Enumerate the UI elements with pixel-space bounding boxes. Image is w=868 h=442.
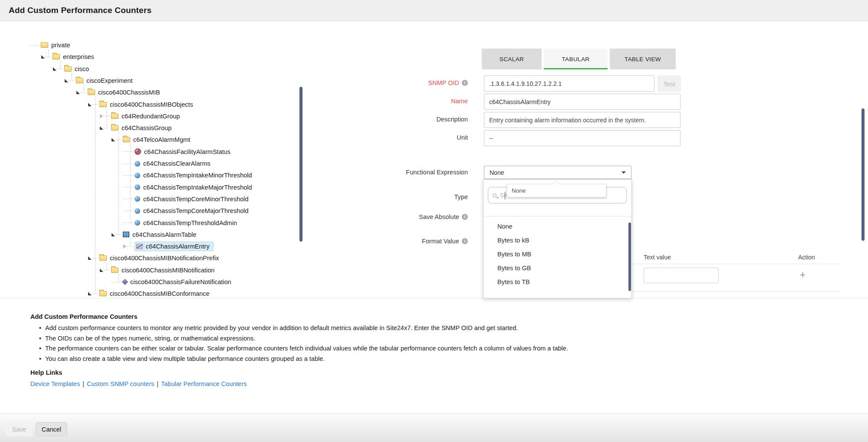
- snmp-oid-label: SNMP OID i: [325, 79, 468, 86]
- test-button[interactable]: Test: [658, 75, 681, 92]
- collapsed-arrow-icon[interactable]: [123, 244, 126, 249]
- tree-item[interactable]: c64TelcoAlarmMgmt: [112, 134, 190, 145]
- tree-connector: [123, 223, 133, 223]
- dropdown-separator: [483, 216, 631, 216]
- tree-item[interactable]: c64ChassisClearAlarms: [123, 158, 210, 169]
- cancel-button[interactable]: Cancel: [36, 422, 67, 436]
- folder-icon: [111, 268, 118, 273]
- format-value-label: Format Value i: [325, 238, 468, 245]
- folder-icon: [88, 90, 95, 95]
- action-column-header: Action: [798, 254, 815, 261]
- tree-item-label: c64ChassisTempIntakeMinorThreshold: [143, 172, 252, 179]
- tree-item[interactable]: private: [30, 42, 70, 50]
- folder-icon: [53, 54, 60, 59]
- add-custom-performance-counters-dialog: Add Custom Performance Counters privatee…: [0, 0, 868, 442]
- folder-icon: [41, 43, 48, 48]
- table-entry-icon: [136, 244, 143, 249]
- expanded-arrow-icon[interactable]: [88, 103, 92, 106]
- folder-icon: [111, 114, 118, 119]
- snmp-oid-input[interactable]: [484, 75, 654, 92]
- scalar-object-icon: [135, 196, 140, 202]
- tree-item[interactable]: cisco6400ChassisMIBNotification: [100, 265, 214, 275]
- collapsed-arrow-icon[interactable]: [100, 114, 103, 118]
- expanded-arrow-icon[interactable]: [65, 79, 68, 82]
- text-value-input[interactable]: [644, 268, 719, 283]
- expanded-arrow-icon[interactable]: [53, 67, 56, 71]
- format-value-info-icon[interactable]: i: [462, 238, 468, 244]
- tree-item[interactable]: cisco6400ChassisMIBObjects: [88, 99, 193, 110]
- name-label: Name: [325, 98, 468, 105]
- expanded-arrow-icon[interactable]: [88, 256, 92, 260]
- unit-input[interactable]: [484, 130, 681, 146]
- help-heading: Add Custom Performance Counters: [30, 313, 681, 320]
- expanded-arrow-icon[interactable]: [112, 233, 115, 236]
- expanded-arrow-icon[interactable]: [41, 55, 45, 59]
- tree-item[interactable]: cisco: [53, 64, 89, 74]
- tree-item-label: cisco6400ChassisMIBNotificationPrefix: [110, 255, 219, 262]
- tree-item-label: cisco: [75, 65, 89, 72]
- dropdown-option[interactable]: Bytes to MB: [483, 247, 631, 261]
- name-input[interactable]: [484, 94, 681, 110]
- add-row-button[interactable]: +: [800, 269, 806, 281]
- tree-item[interactable]: c64ChassisAlarmTable: [112, 229, 196, 240]
- description-input[interactable]: [484, 112, 681, 128]
- tree-item[interactable]: c64RedundantGroup: [100, 111, 180, 121]
- expanded-arrow-icon[interactable]: [76, 91, 80, 94]
- tree-connector: [123, 164, 133, 164]
- expanded-arrow-icon[interactable]: [100, 268, 103, 272]
- help-links-heading: Help Links: [30, 369, 681, 376]
- page-scrollbar[interactable]: [861, 108, 865, 241]
- expanded-arrow-icon[interactable]: [112, 138, 115, 141]
- tree-item[interactable]: cisco6400ChassisFailureNotification: [112, 277, 231, 287]
- expanded-arrow-icon[interactable]: [88, 292, 92, 295]
- tree-connector-line: [95, 97, 95, 293]
- selected-tree-item[interactable]: c64ChassisAlarmEntry: [135, 242, 214, 251]
- tree-item[interactable]: c64ChassisAlarmEntry: [123, 241, 214, 252]
- tab-table-view[interactable]: TABLE VIEW: [610, 49, 676, 69]
- tree-scrollbar[interactable]: [299, 87, 302, 242]
- tree-item[interactable]: cisco6400ChassisMIB: [76, 87, 160, 98]
- functional-expression-select[interactable]: None: [484, 166, 631, 179]
- help-link[interactable]: Tabular Performance Counters: [161, 380, 247, 387]
- dropdown-option[interactable]: Bytes to TB: [483, 275, 631, 289]
- tree-item[interactable]: cisco6400ChassisMIBNotificationPrefix: [88, 253, 219, 263]
- tree-item[interactable]: c64ChassisGroup: [100, 123, 171, 133]
- dropdown-option[interactable]: Bytes to GB: [483, 261, 631, 275]
- tree-item[interactable]: enterprises: [41, 52, 94, 62]
- tree-item[interactable]: ciscoExperiment: [65, 75, 132, 86]
- snmp-oid-info-icon[interactable]: i: [462, 80, 468, 86]
- scalar-object-icon: [135, 173, 140, 178]
- scalar-object-icon: [135, 161, 140, 167]
- notification-icon: [122, 279, 128, 285]
- tree-item[interactable]: c64ChassisTempThresholdAdmin: [123, 218, 237, 228]
- tree-connector-line: [107, 108, 107, 128]
- tree-connector: [123, 199, 133, 199]
- expanded-arrow-icon[interactable]: [100, 126, 103, 130]
- tab-scalar[interactable]: SCALAR: [482, 49, 542, 69]
- tree-item[interactable]: c64ChassisTempIntakeMajorThreshold: [123, 182, 252, 193]
- tab-tabular[interactable]: TABULAR: [544, 49, 608, 69]
- content-separator: [0, 298, 868, 298]
- tree-item-label: c64ChassisTempThresholdAdmin: [143, 219, 237, 226]
- tree-item[interactable]: c64ChassisTempIntakeMinorThreshold: [123, 170, 252, 180]
- tree-item[interactable]: c64ChassisTempCoreMajorThreshold: [123, 206, 249, 216]
- tree-connector: [92, 294, 98, 294]
- folder-icon: [99, 255, 107, 261]
- dropdown-scrollbar[interactable]: [628, 223, 631, 291]
- dropdown-option[interactable]: None: [483, 219, 631, 233]
- tree-item[interactable]: c64ChassisFacilityAlarmStatus: [123, 147, 230, 157]
- save-absolute-info-icon[interactable]: i: [462, 214, 468, 220]
- folder-icon: [99, 291, 107, 296]
- save-button[interactable]: Save: [6, 422, 33, 436]
- tree-connector: [123, 175, 133, 176]
- tree-item[interactable]: c64ChassisTempCoreMinorThreshold: [123, 194, 249, 204]
- tree-connector-line: [83, 85, 84, 92]
- dropdown-option[interactable]: Bytes to kB: [483, 233, 631, 247]
- help-link[interactable]: Device Templates: [30, 380, 80, 387]
- tree-item-label: cisco6400ChassisMIBObjects: [110, 101, 193, 108]
- help-link[interactable]: Custom SNMP counters: [87, 380, 154, 387]
- tree-item-label: c64RedundantGroup: [122, 113, 180, 120]
- save-absolute-label: Save Absolute i: [325, 213, 468, 220]
- tree-item[interactable]: cisco6400ChassisMIBConformance: [88, 288, 210, 298]
- scalar-object-icon: [135, 208, 140, 214]
